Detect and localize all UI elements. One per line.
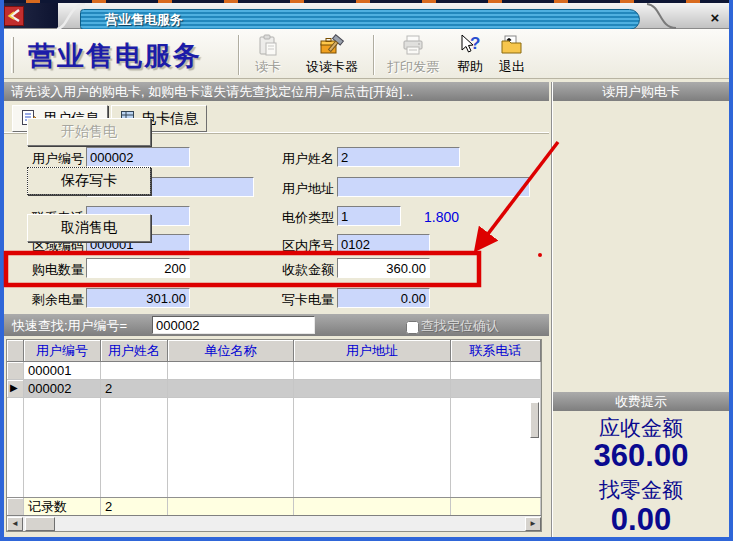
cell-user-id: 000002 <box>24 380 101 398</box>
address-field[interactable] <box>337 177 530 197</box>
remaining-qty-field[interactable] <box>86 288 190 308</box>
table-row-selected[interactable]: ▶ 000002 2 <box>7 380 541 398</box>
table-header-user-name[interactable]: 用户姓名 <box>101 340 168 362</box>
window-border-right <box>729 0 733 541</box>
page-title: 营业售电服务 <box>28 38 202 74</box>
print-invoice-label: 打印发票 <box>387 58 439 76</box>
exit-label: 退出 <box>499 58 525 76</box>
titlebar-logo-area <box>0 3 58 28</box>
user-name-label: 用户姓名 <box>270 150 334 168</box>
table-empty-area <box>7 398 541 497</box>
locate-confirm-checkbox[interactable] <box>406 321 419 334</box>
current-row-marker-icon: ▶ <box>10 382 18 393</box>
table-header-company[interactable]: 单位名称 <box>168 340 294 362</box>
change-amount: 0.00 <box>553 502 729 538</box>
scroll-left-button[interactable]: ◄ <box>7 517 23 531</box>
app-window: 营业售电服务 × 营业售电服务 读卡 <box>0 0 733 541</box>
quick-search-label: 快速查找:用户编号= <box>12 317 127 335</box>
window-title: 营业售电服务 <box>80 9 640 30</box>
record-count-label: 记录数 <box>24 498 101 515</box>
toolbar-separator <box>238 35 240 75</box>
address-label: 用户地址 <box>270 180 334 198</box>
scrollbar-thumb[interactable] <box>25 517 55 531</box>
cell-phone <box>451 380 541 398</box>
write-card-qty-label: 写卡电量 <box>270 291 334 309</box>
help-label: 帮助 <box>457 58 483 76</box>
set-card-reader-label: 设读卡器 <box>306 58 358 76</box>
cell-phone <box>451 362 541 380</box>
record-count-value: 2 <box>101 498 168 515</box>
scroll-right-icon: ► <box>529 519 537 528</box>
toolbox-hammer-icon <box>319 33 345 58</box>
cell-company <box>168 380 294 398</box>
row-marker-cell <box>7 362 24 380</box>
receivable-amount: 360.00 <box>553 438 729 474</box>
table-header-phone[interactable]: 联系电话 <box>451 340 541 362</box>
cell-company <box>168 362 294 380</box>
quick-search-input[interactable] <box>152 316 315 334</box>
footer-cell <box>168 498 294 515</box>
cell-user-name: 2 <box>101 380 168 398</box>
price-rate-value: 1.800 <box>424 209 459 225</box>
toolbar-grip <box>11 37 14 73</box>
cell-user-name <box>101 362 168 380</box>
user-name-field[interactable] <box>337 147 460 167</box>
table-row[interactable]: 000001 <box>7 362 541 380</box>
status-message-text: 请先读入用户的购电卡, 如购电卡遗失请先查找定位用户后点击[开始]... <box>11 84 413 99</box>
table-header-address[interactable]: 用户地址 <box>294 340 451 362</box>
read-card-button: 读卡 <box>246 33 290 77</box>
window-border-left <box>0 0 4 541</box>
cell-user-id: 000001 <box>24 362 101 380</box>
price-type-field[interactable] <box>337 206 401 226</box>
exit-button[interactable]: 退出 <box>492 33 532 77</box>
locate-confirm-label: 查找定位确认 <box>421 317 499 335</box>
footer-cell <box>451 498 541 515</box>
footer-cell <box>294 498 451 515</box>
purchase-qty-label: 购电数量 <box>20 261 84 279</box>
cell-address <box>294 362 451 380</box>
help-cursor-icon: ? <box>457 33 483 58</box>
purchase-qty-field[interactable] <box>86 258 190 278</box>
table-header-user-id[interactable]: 用户编号 <box>24 340 101 362</box>
cancel-sale-button[interactable]: 取消售电 <box>27 214 151 242</box>
price-type-label: 电价类型 <box>270 209 334 227</box>
exit-folder-icon <box>500 33 524 58</box>
read-card-label: 读卡 <box>255 58 281 76</box>
vertical-scrollbar-thumb[interactable] <box>530 402 539 438</box>
save-write-card-button[interactable]: 保存写卡 <box>27 167 151 195</box>
close-icon: × <box>711 9 720 26</box>
change-label: 找零金额 <box>553 476 729 504</box>
window-border-bottom <box>0 537 733 541</box>
close-button[interactable]: × <box>705 9 725 27</box>
amount-received-label: 收款金额 <box>270 261 334 279</box>
start-sale-button: 开始售电 <box>27 118 151 146</box>
table-header-marker <box>7 340 24 362</box>
row-marker-cell: ▶ <box>7 380 24 398</box>
horizontal-scrollbar: ◄ ► <box>7 515 541 531</box>
scroll-right-button[interactable]: ► <box>525 517 541 531</box>
cell-address <box>294 380 451 398</box>
print-invoice-button: 打印发票 <box>378 33 448 77</box>
fee-panel-header: 收费提示 <box>553 392 729 411</box>
table-header-row: 用户编号 用户姓名 单位名称 用户地址 联系电话 <box>7 340 541 362</box>
remaining-qty-label: 剩余电量 <box>20 291 84 309</box>
titlebar-curve-right <box>645 3 677 29</box>
window-title-text: 营业售电服务 <box>105 12 183 27</box>
scroll-left-icon: ◄ <box>11 519 19 528</box>
right-panel-header: 读用户购电卡 <box>553 82 729 101</box>
table-footer-row: 记录数 2 <box>7 497 541 515</box>
app-logo-icon <box>4 6 24 30</box>
clipboard-icon <box>256 33 280 58</box>
user-id-label: 用户编号 <box>20 150 84 168</box>
help-button[interactable]: ? 帮助 <box>450 33 490 77</box>
printer-icon <box>401 33 425 58</box>
write-card-qty-field[interactable] <box>337 288 430 308</box>
amount-received-field[interactable] <box>337 258 430 278</box>
area-seq-field[interactable] <box>337 234 430 254</box>
user-id-field[interactable] <box>86 147 190 167</box>
area-seq-label: 区内序号 <box>270 237 334 255</box>
set-card-reader-button[interactable]: 设读卡器 <box>293 33 371 77</box>
titlebar: 营业售电服务 × <box>0 3 733 29</box>
user-table: 用户编号 用户姓名 单位名称 用户地址 联系电话 000001 ▶ 000002… <box>6 339 542 532</box>
toolbar-separator <box>373 35 375 75</box>
